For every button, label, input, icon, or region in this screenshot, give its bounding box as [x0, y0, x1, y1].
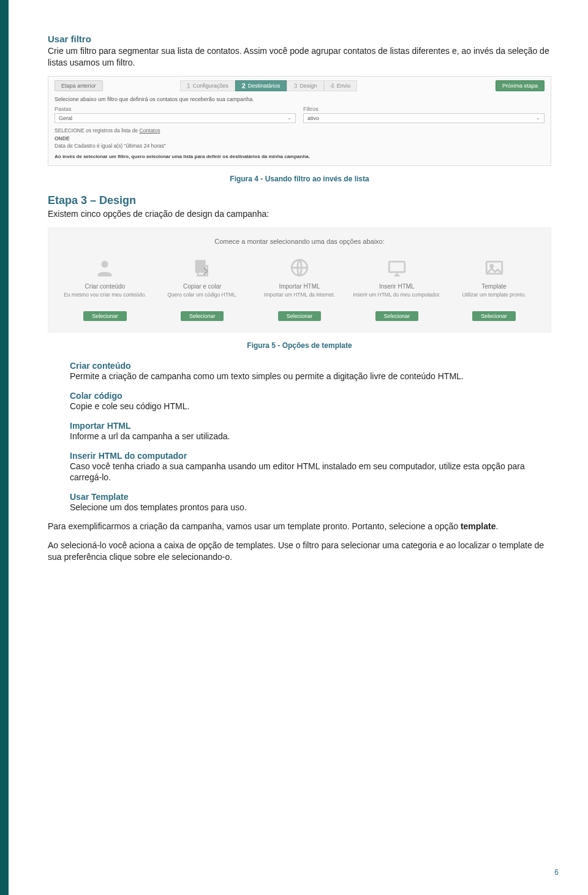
step-dest[interactable]: 2Destinatários [235, 80, 287, 91]
criar-conteudo-heading: Criar conteúdo [70, 361, 551, 371]
page-content: Usar filtro Crie um filtro para segmenta… [0, 0, 588, 595]
svg-rect-3 [389, 262, 405, 272]
option-template: Template Utilizar um template pronto. Se… [448, 256, 540, 321]
filter-instruction: Selecione abaixo um filtro que definirá … [55, 96, 545, 102]
exemplo-paragraph: Para exemplificarmos a criação da campan… [48, 521, 551, 532]
pastas-label: Pastas [55, 106, 296, 112]
svg-point-5 [490, 265, 492, 267]
inserir-html-body: Caso você tenha criado a sua campanha us… [70, 461, 551, 484]
option-copiar-colar: Copiar e colar Quero colar um código HTM… [157, 256, 248, 321]
option-inserir-html: Inserir HTML Inserir um HTML do meu comp… [351, 256, 442, 321]
usar-template-heading: Usar Template [70, 492, 551, 502]
prev-step-button[interactable]: Etapa anterior [55, 80, 103, 91]
step-envio[interactable]: 4Envio [324, 80, 358, 91]
usar-template-body: Selecione um dos templates prontos para … [70, 502, 551, 513]
paste-icon [190, 256, 214, 279]
importar-html-heading: Importar HTML [70, 421, 551, 431]
etapa-3-body: Existem cinco opções de criação de desig… [48, 208, 551, 220]
switch-to-list-link[interactable]: Ao invés de selecionar um filtro, quero … [55, 154, 545, 159]
next-step-button[interactable]: Próxima etapa [496, 80, 545, 91]
select-button[interactable]: Selecionar [472, 311, 516, 321]
wizard-steps: 1Configurações 2Destinatários 3Design 4E… [180, 80, 358, 91]
filter-query: SELECIONE os registros da lista de Conta… [55, 127, 545, 150]
chevron-down-icon: ⌄ [536, 115, 540, 121]
select-button[interactable]: Selecionar [278, 311, 322, 321]
filtros-label: Filtros [303, 106, 545, 112]
inserir-html-heading: Inserir HTML do computador [70, 451, 551, 461]
image-icon [483, 256, 506, 279]
monitor-icon [385, 256, 409, 279]
etapa-3-heading: Etapa 3 – Design [48, 194, 551, 207]
pastas-select[interactable]: Geral ⌄ [55, 113, 296, 123]
globe-icon [288, 256, 311, 279]
select-button[interactable]: Selecionar [375, 311, 419, 321]
option-criar-conteudo: Criar conteúdo Eu mesmo vou criar meu co… [59, 256, 151, 321]
chevron-down-icon: ⌄ [287, 115, 292, 121]
colar-codigo-body: Copie e cole seu código HTML. [70, 401, 551, 412]
usar-filtro-heading: Usar filtro [48, 34, 551, 44]
fig5-heading: Comece a montar selecionando uma das opç… [59, 238, 540, 245]
svg-point-0 [102, 261, 108, 268]
figure-4-caption: Figura 4 - Usando filtro ao invés de lis… [48, 175, 551, 183]
usar-filtro-body: Crie um filtro para segmentar sua lista … [48, 45, 551, 69]
step-design[interactable]: 3Design [287, 80, 323, 91]
colar-codigo-heading: Colar código [70, 391, 551, 401]
select-button[interactable]: Selecionar [83, 311, 127, 321]
step-config[interactable]: 1Configurações [180, 80, 235, 91]
figure-5: Comece a montar selecionando uma das opç… [48, 227, 551, 333]
person-icon [93, 256, 116, 279]
importar-html-body: Informe a url da campanha a ser utilizad… [70, 431, 551, 442]
page-number: 6 [554, 868, 559, 877]
figure-4: Etapa anterior 1Configurações 2Destinatá… [48, 76, 551, 166]
option-importar-html: Importar HTML Importar um HTML da intern… [254, 256, 345, 321]
filtros-select[interactable]: ativo ⌄ [303, 113, 545, 123]
figure-5-caption: Figura 5 - Opções de template [48, 341, 551, 350]
seleciona-paragraph: Ao selecioná-lo você aciona a caixa de o… [48, 540, 551, 563]
criar-conteudo-body: Permite a criação de campanha como um te… [70, 371, 551, 382]
left-accent-stripe [0, 0, 9, 895]
select-button[interactable]: Selecionar [181, 311, 224, 321]
